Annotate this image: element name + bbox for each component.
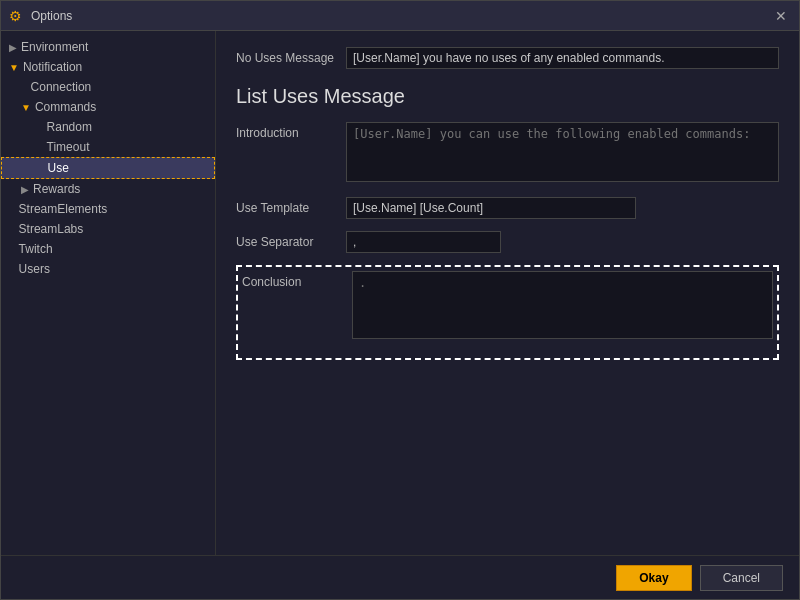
sidebar-item-commands[interactable]: ▼ Commands (1, 97, 215, 117)
sidebar-item-label: Use (48, 161, 69, 175)
sidebar-item-label: StreamElements (19, 202, 108, 216)
sidebar-item-label: Timeout (47, 140, 90, 154)
content-area: ▶ Environment ▼ Notification Connection … (1, 31, 799, 555)
no-uses-label: No Uses Message (236, 51, 346, 65)
conclusion-row: Conclusion (242, 271, 773, 342)
use-separator-label: Use Separator (236, 231, 346, 249)
conclusion-wrap (352, 271, 773, 342)
title-bar: ⚙ Options ✕ (1, 1, 799, 31)
sidebar-item-label: StreamLabs (19, 222, 84, 236)
arrow-icon (9, 224, 15, 235)
use-template-row: Use Template (236, 197, 779, 219)
sidebar-item-label: Environment (21, 40, 88, 54)
use-separator-row: Use Separator (236, 231, 779, 253)
arrow-icon: ▶ (21, 184, 29, 195)
arrow-icon: ▼ (21, 102, 31, 113)
cancel-button[interactable]: Cancel (700, 565, 783, 591)
section-title: List Uses Message (236, 85, 779, 108)
window-title: Options (31, 9, 771, 23)
conclusion-section: Conclusion (236, 265, 779, 360)
arrow-icon (21, 82, 27, 93)
sidebar-item-connection[interactable]: Connection (1, 77, 215, 97)
arrow-icon: ▶ (9, 42, 17, 53)
use-separator-input[interactable] (346, 231, 501, 253)
sidebar-item-timeout[interactable]: Timeout (1, 137, 215, 157)
sidebar-item-label: Rewards (33, 182, 80, 196)
introduction-label: Introduction (236, 122, 346, 140)
sidebar-item-label: Commands (35, 100, 96, 114)
sidebar-item-random[interactable]: Random (1, 117, 215, 137)
sidebar-item-streamelements[interactable]: StreamElements (1, 199, 215, 219)
close-button[interactable]: ✕ (771, 6, 791, 26)
arrow-icon (37, 122, 43, 133)
sidebar-item-label: Notification (23, 60, 82, 74)
bottom-bar: Okay Cancel (1, 555, 799, 599)
sidebar-item-streamlabs[interactable]: StreamLabs (1, 219, 215, 239)
arrow-icon (38, 163, 44, 174)
arrow-icon (9, 244, 15, 255)
arrow-icon (9, 204, 15, 215)
sidebar-item-label: Connection (31, 80, 92, 94)
arrow-icon (37, 142, 43, 153)
window-icon: ⚙ (9, 8, 25, 24)
use-template-label: Use Template (236, 197, 346, 215)
use-template-input[interactable] (346, 197, 636, 219)
sidebar-item-rewards[interactable]: ▶ Rewards (1, 179, 215, 199)
main-panel: No Uses Message List Uses Message Introd… (216, 31, 799, 555)
sidebar: ▶ Environment ▼ Notification Connection … (1, 31, 216, 555)
sidebar-item-label: Users (19, 262, 50, 276)
okay-button[interactable]: Okay (616, 565, 691, 591)
options-window: ⚙ Options ✕ ▶ Environment ▼ Notification… (0, 0, 800, 600)
conclusion-label: Conclusion (242, 271, 352, 289)
sidebar-item-label: Random (47, 120, 92, 134)
sidebar-item-use[interactable]: Use (1, 157, 215, 179)
no-uses-row: No Uses Message (236, 47, 779, 69)
sidebar-item-users[interactable]: Users (1, 259, 215, 279)
arrow-icon: ▼ (9, 62, 19, 73)
conclusion-textarea[interactable] (352, 271, 773, 339)
sidebar-item-twitch[interactable]: Twitch (1, 239, 215, 259)
sidebar-item-label: Twitch (19, 242, 53, 256)
sidebar-item-notification[interactable]: ▼ Notification (1, 57, 215, 77)
introduction-textarea[interactable] (346, 122, 779, 182)
no-uses-input[interactable] (346, 47, 779, 69)
arrow-icon (9, 264, 15, 275)
introduction-row: Introduction (236, 122, 779, 185)
introduction-wrap (346, 122, 779, 185)
sidebar-item-environment[interactable]: ▶ Environment (1, 37, 215, 57)
